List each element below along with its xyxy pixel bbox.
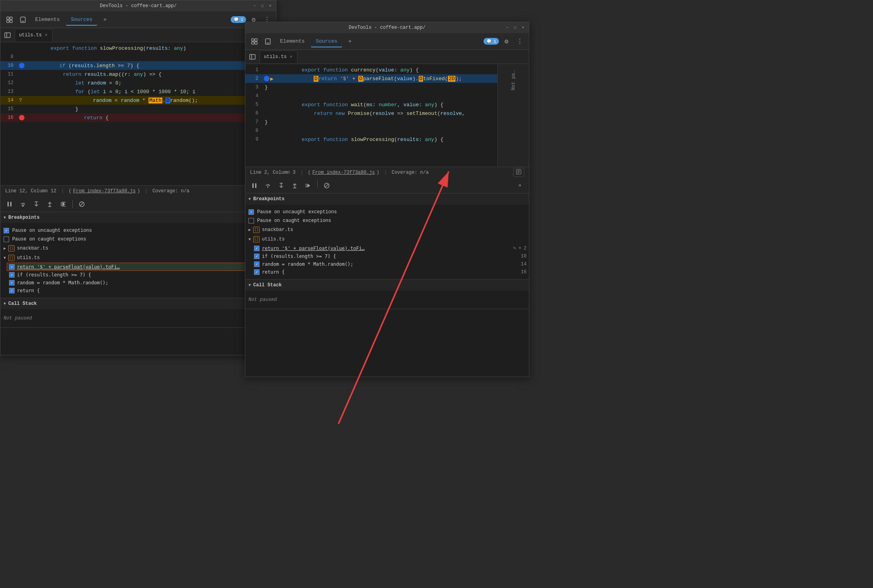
maximize-btn-1[interactable]: □ (260, 3, 265, 9)
close-btn-1[interactable]: × (267, 3, 273, 9)
notification-icon-2: 💬 (486, 39, 492, 44)
bp-delete-return-2[interactable]: × (519, 246, 521, 251)
utils-file-icon-1: {} (8, 255, 15, 261)
file-tabbar-1: utils.ts × (0, 28, 276, 42)
code-area-1: export function slowProcessing(results: … (0, 42, 276, 185)
pause-btn-1[interactable] (4, 198, 15, 210)
call-stack-header-1[interactable]: ▼ Call Stack (0, 298, 276, 309)
code-area-2: 1 export function currency(value: any) {… (245, 64, 497, 167)
bp-checkbox-random-2[interactable] (254, 261, 260, 267)
file-tab-utils-1[interactable]: utils.ts × (15, 29, 53, 41)
continue-btn-1[interactable] (57, 198, 69, 210)
bp-code-return2-1: return { (17, 288, 266, 293)
notification-count-1: 1 (241, 17, 243, 22)
notification-badge-1[interactable]: 💬 1 (231, 16, 246, 23)
tab-sources-1[interactable]: Sources (66, 14, 97, 26)
utils-group-1[interactable]: ▼ {} utils.ts (0, 253, 276, 263)
deactivate-btn-2[interactable] (321, 180, 333, 192)
notification-badge-2[interactable]: 💬 1 (484, 38, 499, 45)
device-icon-btn-1[interactable] (17, 14, 29, 26)
snackbar-group-1[interactable]: ▶ {} snackbar.ts (0, 244, 276, 253)
bp-item-random-2: random = random * Math.random(); 14 (252, 260, 529, 268)
tab-sources-2[interactable]: Sources (311, 36, 342, 47)
window-controls-1: − □ × (252, 3, 273, 9)
step-over-btn-2[interactable] (262, 180, 274, 192)
utils-children-2: return '$' + parseFloat(value).toFi… ✎ ×… (245, 244, 529, 276)
close-btn-2[interactable]: × (520, 25, 526, 30)
menu-btn-2[interactable]: ⋮ (514, 36, 526, 47)
svg-rect-2 (7, 20, 9, 23)
pause-caught-checkbox-1[interactable] (4, 237, 9, 242)
bp-item-if-1: if (results.length >= 7) { 10 (7, 271, 276, 279)
snackbar-file-icon-2: {} (253, 227, 260, 233)
snackbar-group-2[interactable]: ▶ {} snackbar.ts (245, 225, 529, 235)
source-link-1[interactable]: From index-73f73a80.js (73, 188, 135, 194)
utils-file-icon-2: {} (253, 236, 260, 242)
tab-elements-2[interactable]: Elements (275, 36, 309, 47)
pause-uncaught-checkbox-1[interactable] (4, 228, 9, 233)
file-tab-utils-2[interactable]: utils.ts × (260, 51, 297, 63)
pause-uncaught-label-2: Pause on uncaught exceptions (257, 209, 337, 215)
file-tab-close-2[interactable]: × (289, 54, 294, 59)
devtools-window-1: DevTools - coffee-cart.app/ − □ × Elemen… (0, 0, 277, 355)
bp-checkbox-if-2[interactable] (254, 254, 260, 259)
minimize-btn-2[interactable]: − (504, 25, 510, 30)
pause-caught-2: Pause on caught exceptions (245, 216, 529, 225)
breakpoints-header-1[interactable]: ▼ Breakpoints (0, 212, 276, 223)
pause-uncaught-checkbox-2[interactable] (248, 209, 254, 215)
bp-edit-return-2[interactable]: ✎ (513, 245, 516, 251)
source-map-label-1: ( (69, 188, 71, 194)
window-title-2: DevTools - coffee-cart.app/ (349, 25, 425, 30)
expand-panel-btn-2[interactable]: » (514, 180, 526, 192)
bp-item-random-1: random = random * Math.random(); 14 (7, 279, 276, 287)
breakpoints-header-2[interactable]: ▼ Breakpoints (245, 193, 529, 205)
snackbar-name-2: snackbar.ts (262, 227, 293, 233)
call-stack-header-2[interactable]: ▼ Call Stack (245, 280, 529, 291)
window-controls-2: − □ × (504, 25, 526, 30)
pause-caught-checkbox-2[interactable] (248, 218, 254, 224)
step-over-btn-1[interactable] (17, 198, 29, 210)
code-line-header: export function slowProcessing(results: … (0, 44, 276, 53)
more-tabs-btn-1[interactable]: » (99, 14, 111, 25)
coverage-badge-2[interactable] (513, 168, 524, 177)
bp-checkbox-return-2[interactable] (254, 246, 260, 251)
source-link-2[interactable]: From index-73f73a80.js (312, 170, 375, 175)
inspect-icon-btn-1[interactable] (4, 14, 15, 26)
sidebar-toggle-1[interactable] (2, 30, 13, 41)
status-bar-1: Line 12, Column 12 | ( From index-73f73a… (0, 185, 276, 196)
bp-item-return-2: return '$' + parseFloat(value).toFi… ✎ ×… (252, 244, 529, 252)
bp-checkbox-return2-2[interactable] (254, 269, 260, 275)
svg-rect-0 (7, 17, 9, 19)
device-icon-btn-2[interactable] (262, 36, 274, 47)
bp-code-if-2: if (results.length >= 7) { (262, 254, 519, 259)
bp-code-return2-2: return { (262, 269, 519, 275)
main-toolbar-1: Elements Sources » 💬 1 ⚙ ⋮ (0, 11, 276, 28)
tab-elements-1[interactable]: Elements (30, 14, 64, 25)
pause-btn-2[interactable] (248, 180, 260, 192)
more-tabs-btn-2[interactable]: » (344, 36, 356, 47)
continue-btn-2[interactable] (302, 180, 314, 192)
utils-group-2[interactable]: ▼ {} utils.ts (245, 235, 529, 244)
file-tab-name-2: utils.ts (264, 54, 287, 60)
file-tab-close-1[interactable]: × (44, 33, 49, 38)
step-into-btn-1[interactable] (30, 198, 42, 210)
bp-checkbox-return-1[interactable] (9, 264, 15, 270)
bp-checkbox-return2-1[interactable] (9, 288, 15, 293)
inspect-icon-btn-2[interactable] (248, 36, 260, 47)
code-line-9-w2: 9 export function slowProcessing(results… (245, 135, 497, 144)
sidebar-toggle-2[interactable] (247, 51, 258, 62)
bp-item-return-1: return '$' + parseFloat(value).toFi… ✎ ×… (7, 263, 276, 271)
deactivate-btn-1[interactable] (76, 198, 88, 210)
step-into-btn-2[interactable] (275, 180, 287, 192)
bp-checkbox-random-1[interactable] (9, 280, 15, 286)
maximize-btn-2[interactable]: □ (512, 25, 518, 30)
bp-line-return2-2: 16 (521, 269, 527, 275)
breakpoints-content-1: Pause on uncaught exceptions Pause on ca… (0, 223, 276, 298)
pause-uncaught-1: Pause on uncaught exceptions (0, 226, 276, 235)
step-out-btn-1[interactable] (44, 198, 56, 210)
minimize-btn-1[interactable]: − (252, 3, 257, 9)
settings-btn-2[interactable]: ⚙ (500, 36, 512, 47)
file-tab-name-1: utils.ts (19, 32, 42, 38)
bp-checkbox-if-1[interactable] (9, 272, 15, 278)
step-out-btn-2[interactable] (289, 180, 301, 192)
